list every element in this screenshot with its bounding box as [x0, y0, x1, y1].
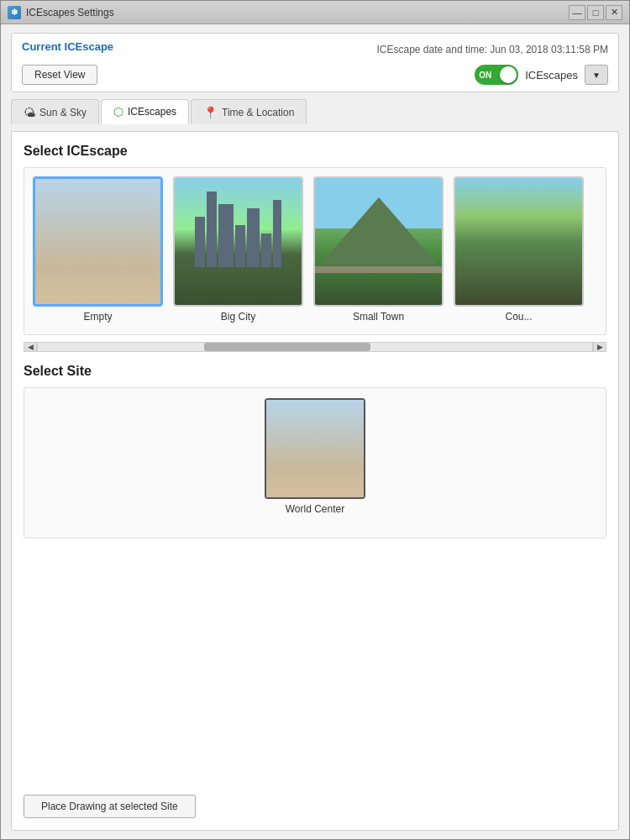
window-title: ICEscapes Settings [26, 7, 114, 18]
building-2 [207, 192, 217, 267]
icescape-item-small-town[interactable]: Small Town [313, 176, 444, 323]
tab-sun-sky[interactable]: 🌤 Sun & Sky [11, 99, 99, 124]
site-label-world-center: World Center [286, 503, 344, 515]
country-thumb-image [455, 178, 582, 305]
building-1 [195, 217, 205, 267]
scrollbar-track[interactable] [37, 342, 593, 352]
main-panel: Select ICEscape Empty [11, 131, 619, 831]
select-icescape-title: Select ICEscape [24, 144, 606, 159]
world-center-thumb-image [266, 400, 364, 497]
dropdown-button[interactable]: ▼ [585, 65, 608, 85]
icescape-section: Select ICEscape Empty [24, 144, 606, 352]
place-drawing-button[interactable]: Place Drawing at selected Site [24, 795, 196, 818]
reset-view-button[interactable]: Reset View [22, 65, 97, 85]
header-section: Current ICEscape ICEscape date and time:… [11, 33, 619, 92]
road-line [315, 266, 442, 273]
small-town-thumb-image [315, 178, 442, 305]
icescape-label-empty: Empty [83, 311, 112, 323]
scrollbar-left-arrow[interactable]: ◀ [24, 342, 37, 352]
maximize-button[interactable]: □ [587, 5, 604, 20]
site-container: World Center [24, 387, 606, 538]
actions-row: Place Drawing at selected Site [24, 788, 606, 818]
title-bar-left: ❄ ICEscapes Settings [8, 6, 114, 19]
icescape-label-small-town: Small Town [353, 311, 404, 323]
tab-time-location-label: Time & Location [222, 107, 294, 118]
icescape-label-country: Cou... [505, 311, 532, 323]
building-6 [261, 234, 271, 267]
site-thumbnail-world-center [265, 398, 365, 499]
tab-icescapes[interactable]: ⬡ ICEscapes [101, 99, 189, 124]
toggle-section: ON ICEscapes ▼ [475, 65, 608, 85]
mountain-shape [320, 197, 438, 265]
icescape-thumbnail-empty [33, 176, 163, 307]
app-icon: ❄ [8, 6, 21, 19]
title-bar: ❄ ICEscapes Settings — □ ✕ [1, 1, 629, 24]
site-item-world-center[interactable]: World Center [265, 398, 365, 515]
icescape-thumbnail-country [454, 176, 584, 307]
city-thumb-image [175, 178, 302, 305]
building-4 [235, 225, 245, 267]
header-top-row: Current ICEscape ICEscape date and time:… [22, 40, 608, 58]
icescape-thumbnail-big-city [173, 176, 303, 307]
icescape-label-big-city: Big City [221, 311, 255, 323]
building-3 [218, 204, 234, 267]
tab-time-location[interactable]: 📍 Time & Location [191, 99, 307, 124]
icescape-item-empty[interactable]: Empty [33, 176, 163, 323]
main-window: ❄ ICEscapes Settings — □ ✕ Current ICEsc… [0, 0, 630, 840]
title-controls: — □ ✕ [569, 5, 622, 20]
minimize-button[interactable]: — [569, 5, 585, 20]
header-bottom-row: Reset View ON ICEscapes ▼ [22, 65, 608, 85]
icescape-scrollbar: ◀ ▶ [24, 342, 606, 352]
window-content: Current ICEscape ICEscape date and time:… [1, 24, 629, 839]
tabs-section: 🌤 Sun & Sky ⬡ ICEscapes 📍 Time & Locatio… [11, 99, 619, 124]
toggle-on-label: ON [479, 71, 491, 80]
tab-sun-sky-label: Sun & Sky [39, 107, 87, 118]
select-site-title: Select Site [24, 364, 606, 379]
icescape-thumbnails-scroll[interactable]: Empty [33, 176, 597, 326]
icescape-thumbnail-small-town [313, 176, 444, 307]
icescape-item-big-city[interactable]: Big City [173, 176, 303, 323]
close-button[interactable]: ✕ [606, 5, 622, 20]
icescape-thumbnails-container: Empty [24, 167, 606, 335]
toggle-label: ICEscapes [525, 69, 578, 81]
icescapes-toggle[interactable]: ON [475, 65, 518, 85]
site-section: Select Site World Center [24, 364, 606, 776]
pin-icon: 📍 [203, 106, 218, 119]
scrollbar-thumb[interactable] [204, 343, 370, 351]
datetime-text: ICEscape date and time: Jun 03, 2018 03:… [376, 44, 608, 55]
sun-icon: 🌤 [24, 106, 35, 119]
current-icescape-label: Current ICEscape [22, 40, 113, 53]
icescape-item-country[interactable]: Cou... [454, 176, 584, 323]
scrollbar-right-arrow[interactable]: ▶ [593, 342, 606, 352]
ice-icon: ⬡ [113, 105, 123, 118]
empty-thumb-image [35, 179, 160, 304]
city-buildings [175, 192, 302, 267]
building-5 [247, 208, 260, 267]
building-7 [273, 200, 281, 267]
toggle-knob [500, 66, 517, 83]
tab-icescapes-label: ICEscapes [128, 106, 176, 118]
